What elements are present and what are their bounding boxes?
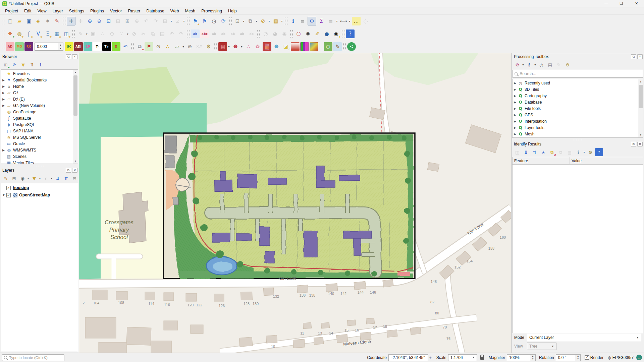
- globe-wireframe-icon[interactable]: ⊕: [185, 42, 194, 51]
- view-select[interactable]: Tree▼: [527, 343, 556, 350]
- diagram-move-icon[interactable]: ◉: [280, 29, 289, 38]
- measure-line-icon[interactable]: ⟷: [339, 17, 348, 25]
- expander-icon[interactable]: ▶: [1, 78, 6, 82]
- expander-icon[interactable]: ▶: [1, 104, 6, 107]
- expander-icon[interactable]: ▶: [513, 101, 518, 104]
- browser-item-postgresql[interactable]: ◗PostgreSQL: [1, 121, 73, 128]
- project-properties-icon[interactable]: ◈: [34, 17, 43, 25]
- housing-layer-overlay[interactable]: [163, 133, 415, 279]
- undo-icon[interactable]: ↶: [167, 29, 176, 38]
- new-project-icon[interactable]: ▢: [6, 17, 14, 25]
- vertex-tool-icon[interactable]: ∵: [117, 29, 126, 38]
- delete-selected-icon[interactable]: ⊘: [130, 29, 139, 38]
- new-geopackage-layer-icon[interactable]: ◍★: [15, 29, 24, 38]
- processing-item-interpolation[interactable]: ▶QInterpolation: [513, 118, 638, 124]
- map-canvas[interactable]: CrossgatesPrimarySchool Kiln LaneKiln La…: [79, 53, 511, 353]
- identify-mode-tool-icon[interactable]: ℹ: [574, 148, 582, 156]
- vertex-tool-dropdown-icon[interactable]: ▼: [126, 29, 129, 38]
- toggle-editing-icon[interactable]: ✎: [76, 29, 85, 38]
- tool-sc-icon[interactable]: SC: [65, 42, 73, 51]
- toolbar-handle[interactable]: [2, 43, 4, 50]
- toolbar-handle[interactable]: [63, 17, 65, 25]
- float-panel-icon[interactable]: ⧉: [631, 142, 636, 146]
- expand-tree-icon[interactable]: ⇊: [522, 148, 530, 156]
- measure-line-dropdown-icon[interactable]: ▼: [348, 17, 351, 25]
- browser-item-spatial-bookmarks[interactable]: ▶⚑Spatial Bookmarks: [1, 77, 73, 83]
- tool-adj-icon[interactable]: ADJ: [74, 42, 83, 51]
- tool-2p-icon[interactable]: 2P: [84, 42, 92, 51]
- scale-combo[interactable]: 1:1706▼: [448, 354, 477, 361]
- close-panel-icon[interactable]: ✕: [637, 142, 643, 146]
- collapse-all-icon[interactable]: ⇈: [28, 61, 36, 69]
- toolbar-handle[interactable]: [320, 43, 322, 50]
- expander-icon[interactable]: ▶: [513, 81, 518, 85]
- new-3d-map-view-icon[interactable]: ⊿: [173, 17, 182, 25]
- new-shapefile-layer-icon[interactable]: V★: [34, 29, 43, 38]
- magnifier-spinner[interactable]: 100% ▲▼: [507, 354, 536, 361]
- menu-project[interactable]: Project: [2, 7, 21, 14]
- toolbar-handle[interactable]: [131, 43, 134, 50]
- new-3d-map-view-dropdown-icon[interactable]: ▼: [182, 17, 185, 25]
- layer-visibility-checkbox[interactable]: ✓: [6, 193, 11, 197]
- messages-icon[interactable]: …: [636, 355, 642, 360]
- expander-icon[interactable]: ▶: [1, 85, 6, 88]
- zoom-last-icon[interactable]: ↶: [142, 17, 151, 25]
- panel-splitter[interactable]: ······: [0, 165, 79, 167]
- new-mesh-layer-icon[interactable]: ◫★: [62, 29, 71, 38]
- filter-legend-dropdown-icon[interactable]: ▼: [39, 174, 42, 183]
- browser-item-c[interactable]: ▶▱C:\: [1, 89, 73, 96]
- coordinate-field[interactable]: -2.1043°, 53.6145°: [388, 354, 428, 361]
- plugin-edit-tool-icon[interactable]: ✐: [313, 29, 322, 38]
- toolbar-handle[interactable]: [2, 17, 4, 25]
- tool-mo-icon[interactable]: MO: [15, 42, 24, 51]
- browser-item-g-new-volume[interactable]: ▶▱G:\ (New Volume): [1, 102, 73, 109]
- add-feature-icon[interactable]: ⊕: [108, 29, 116, 38]
- float-panel-icon[interactable]: ⧉: [66, 54, 71, 59]
- kernel-density-icon[interactable]: ❋: [231, 42, 240, 51]
- digitize-with-segment-icon[interactable]: ∴: [98, 29, 107, 38]
- menu-help[interactable]: Help: [225, 7, 240, 14]
- layer-actions-icon[interactable]: ≡: [326, 17, 335, 25]
- identify-results-table[interactable]: [512, 164, 643, 333]
- browser-item-d-e[interactable]: ▶▱D:\ (E): [1, 96, 73, 102]
- statistical-summary-icon[interactable]: ≡: [298, 17, 307, 25]
- scroll-down-icon[interactable]: ▼: [638, 132, 643, 137]
- filter-legend-by-expression-icon[interactable]: ε: [42, 174, 50, 182]
- show-statistics-icon[interactable]: Σ: [317, 17, 326, 25]
- processing-item-layer-tools[interactable]: ▶QLayer tools: [513, 124, 638, 131]
- menu-edit[interactable]: Edit: [21, 7, 35, 14]
- label-pin-icon[interactable]: ab: [210, 29, 218, 38]
- heatmap-tool-icon[interactable]: ▦: [218, 42, 227, 51]
- processing-scrollbar[interactable]: ▲ ▼: [638, 79, 643, 137]
- select-features-by-value-dropdown-icon[interactable]: ▼: [255, 17, 258, 25]
- zoom-next-icon[interactable]: ↷: [151, 17, 160, 25]
- zoom-full-icon[interactable]: ⊡: [104, 17, 113, 25]
- collapse-all-layers-icon[interactable]: ⇈: [62, 174, 70, 182]
- contour-blob-icon[interactable]: ❊: [272, 42, 281, 51]
- label-properties-icon[interactable]: ab: [247, 29, 256, 38]
- project-options-icon[interactable]: ✶: [43, 17, 52, 25]
- save-project-icon[interactable]: ▣: [24, 17, 33, 25]
- models-icon[interactable]: ⚙: [513, 61, 521, 69]
- browser-item-home[interactable]: ▶⌂Home: [1, 83, 73, 89]
- toolbar-handle[interactable]: [187, 17, 190, 25]
- epsg-value[interactable]: EPSG:3857: [612, 355, 634, 360]
- processing-item-cartography[interactable]: ▶QCartography: [513, 93, 638, 99]
- copy-coordinates-icon[interactable]: ⧉●: [135, 42, 144, 51]
- scroll-down-icon[interactable]: ▼: [73, 159, 78, 164]
- save-layer-edits-icon[interactable]: ▣: [89, 29, 98, 38]
- menu-raster[interactable]: Raster: [125, 7, 144, 14]
- browser-item-geopackage[interactable]: ◍GeoPackage: [1, 109, 73, 115]
- menu-layer[interactable]: Layer: [50, 7, 66, 14]
- share-tool-icon[interactable]: <: [347, 42, 356, 51]
- toolbar-handle[interactable]: [343, 43, 346, 50]
- zoom-to-layer-icon[interactable]: ⊞: [123, 17, 132, 25]
- panel-splitter[interactable]: ······: [512, 138, 644, 141]
- style-manager-icon[interactable]: ✎: [53, 17, 61, 25]
- layer-item-housing[interactable]: ✓housing: [1, 184, 78, 191]
- pan-to-selection-icon[interactable]: ✛: [76, 17, 85, 25]
- column-header-value[interactable]: Value: [570, 157, 643, 164]
- map-tips-icon[interactable]: …: [352, 17, 361, 25]
- filter-browser-icon[interactable]: ▼: [19, 61, 27, 69]
- models-dropdown-icon[interactable]: ▼: [522, 60, 525, 69]
